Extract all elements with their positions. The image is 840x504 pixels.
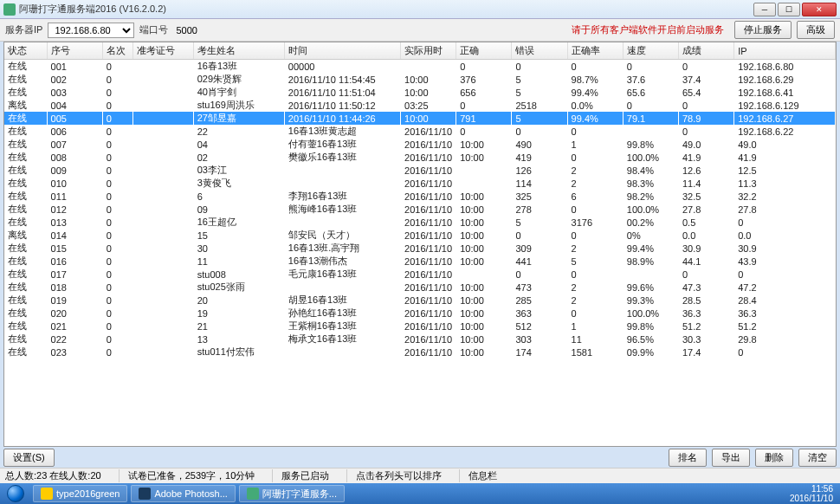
data-grid[interactable]: 状态序号名次准考证号考生姓名时间实际用时正确错误正确率速度成绩IP 在线0010…: [3, 42, 837, 447]
app-icon: [139, 488, 151, 500]
app-icon: [41, 488, 53, 500]
minimize-button[interactable]: ─: [753, 3, 776, 16]
settings-button[interactable]: 设置(S): [3, 449, 55, 467]
table-row[interactable]: 在线01003黄俊飞2016/11/10 11:48:59114298.3%11…: [4, 177, 836, 190]
column-header[interactable]: 成绩: [678, 42, 733, 60]
table-row[interactable]: 在线0180stu025张雨2016/11/10 11:33:5610:0047…: [4, 281, 836, 294]
table-row[interactable]: 在线008002樊徽乐16春13班2016/11/10 11:41:0810:0…: [4, 151, 836, 164]
maximize-button[interactable]: ☐: [778, 3, 800, 16]
table-row[interactable]: 在线003040肖宇剑2016/11/10 11:51:0410:0065659…: [4, 86, 836, 99]
window-controls: ─ ☐ ✕: [753, 3, 837, 16]
app-icon: [3, 3, 16, 16]
bottom-toolbar: 设置(S) 排名 导出 删除 清空: [3, 447, 837, 468]
table-row[interactable]: 在线007004付有蓥16春13班2016/11/10 11:42:0410:0…: [4, 138, 836, 151]
taskbar-item[interactable]: Adobe Photosh...: [131, 485, 235, 502]
stop-service-button[interactable]: 停止服务: [734, 21, 792, 39]
column-header[interactable]: 考生姓名: [193, 42, 284, 60]
column-header[interactable]: 错误: [512, 42, 567, 60]
table-row[interactable]: 在线0170stu008毛元康16春13班2016/11/10 11:24:10…: [4, 268, 836, 281]
table-row[interactable]: 在线001016春13班0000000000192.168.6.80: [4, 60, 836, 74]
port-input[interactable]: [173, 24, 208, 36]
table-row[interactable]: 在线00602216春13班黄志超2016/11/10 11:31:190000…: [4, 125, 836, 138]
status-counts: 总人数:23 在线人数:20: [5, 469, 101, 482]
table-row[interactable]: 离线0040stu169周洪乐2016/11/10 11:50:1203:250…: [4, 99, 836, 112]
table-row[interactable]: 在线009003李江2016/11/10 11:38:57126298.4%12…: [4, 164, 836, 177]
column-header[interactable]: IP: [734, 42, 836, 60]
table-row[interactable]: 在线021021王紫桐16春13班2016/11/10 11:46:3310:0…: [4, 320, 836, 333]
column-header[interactable]: 名次: [102, 42, 132, 60]
table-row[interactable]: 在线01106李翔16春13班2016/11/10 11:50:4710:003…: [4, 190, 836, 203]
column-header[interactable]: 序号: [47, 42, 102, 60]
notice-text: 请于所有客户端软件开启前启动服务: [572, 23, 724, 36]
server-ip-label: 服务器IP: [5, 23, 42, 36]
clear-button[interactable]: 清空: [798, 449, 837, 467]
table-row[interactable]: 在线005027邹昱嘉2016/11/10 11:44:2610:0079159…: [4, 112, 836, 125]
status-prep: 试卷已准备，2539字，10分钟: [119, 469, 255, 482]
titlebar: 阿珊打字通服务端2016 (V16.2.0.2) ─ ☐ ✕: [0, 0, 840, 19]
table-row[interactable]: 在线01601116春13潮伟杰2016/11/10 11:46:5910:00…: [4, 255, 836, 268]
table-row[interactable]: 离线014015邹安民（天才）2016/11/10 11:38:4910:000…: [4, 229, 836, 242]
close-button[interactable]: ✕: [802, 3, 837, 16]
status-info-label: 信息栏: [459, 469, 497, 482]
column-header[interactable]: 时间: [284, 42, 400, 60]
windows-orb-icon: [7, 485, 24, 502]
column-header[interactable]: 正确率: [567, 42, 623, 60]
port-label: 端口号: [139, 23, 168, 36]
toolbar: 服务器IP 192.168.6.80 端口号 请于所有客户端软件开启前启动服务 …: [0, 19, 840, 42]
taskbar: type2016greenAdobe Photosh...阿珊打字通服务... …: [0, 483, 840, 504]
table-row[interactable]: 在线01503016春13班.高宇翔2016/11/10 11:43:0110:…: [4, 242, 836, 255]
table-row[interactable]: 在线012009熊海峰16春13班2016/11/10 11:38:0710:0…: [4, 203, 836, 216]
status-bar: 总人数:23 在线人数:20 试卷已准备，2539字，10分钟 服务已启动 点击…: [0, 468, 840, 483]
table-row[interactable]: 在线020019孙艳红16春13班2016/11/10 11:46:3510:0…: [4, 307, 836, 320]
column-header[interactable]: 实际用时: [401, 42, 456, 60]
taskbar-item[interactable]: type2016green: [33, 485, 127, 502]
status-sort-hint: 点击各列头可以排序: [346, 469, 442, 482]
export-button[interactable]: 导出: [712, 449, 750, 467]
table-row[interactable]: 在线0230stu011付宏伟2016/11/10 10:40:2410:001…: [4, 346, 836, 359]
table-row[interactable]: 在线013016王超亿2016/11/10 11:50:2210:0053176…: [4, 216, 836, 229]
rank-button[interactable]: 排名: [669, 449, 707, 467]
advanced-button[interactable]: 高级: [797, 21, 835, 39]
column-header[interactable]: 状态: [4, 42, 47, 60]
status-service: 服务已启动: [272, 469, 329, 482]
table-row[interactable]: 在线0020029朱贤辉2016/11/10 11:54:4510:003765…: [4, 73, 836, 86]
table-row[interactable]: 在线019020胡昱16春13班2016/11/10 11:32:5610:00…: [4, 294, 836, 307]
start-button[interactable]: [0, 483, 31, 504]
window-title: 阿珊打字通服务端2016 (V16.2.0.2): [19, 3, 753, 16]
column-headers[interactable]: 状态序号名次准考证号考生姓名时间实际用时正确错误正确率速度成绩IP: [4, 42, 836, 60]
delete-button[interactable]: 删除: [755, 449, 793, 467]
system-clock[interactable]: 11:56 2016/11/10: [783, 484, 840, 503]
app-icon: [247, 488, 259, 500]
column-header[interactable]: 正确: [456, 42, 512, 60]
table-row[interactable]: 在线022013梅承文16春13班2016/11/10 11:44:0810:0…: [4, 333, 836, 346]
taskbar-item[interactable]: 阿珊打字通服务...: [239, 485, 345, 502]
server-ip-select[interactable]: 192.168.6.80: [48, 23, 134, 38]
column-header[interactable]: 准考证号: [132, 42, 193, 60]
column-header[interactable]: 速度: [623, 42, 678, 60]
